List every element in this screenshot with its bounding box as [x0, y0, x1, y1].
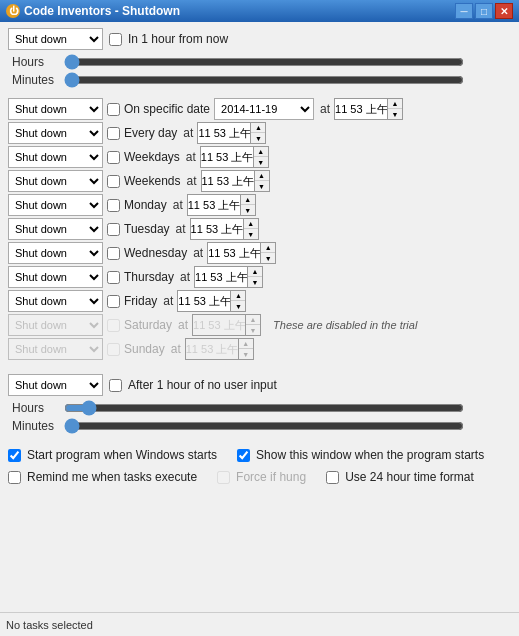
saturday-checkbox — [107, 319, 120, 332]
weekends-time-up[interactable]: ▲ — [255, 171, 269, 181]
hours-slider[interactable] — [64, 54, 464, 70]
tuesday-time-up[interactable]: ▲ — [244, 219, 258, 229]
schedule-row-thursday: Shut downRestart Thursday at ▲ ▼ — [8, 266, 511, 288]
wednesday-time-up[interactable]: ▲ — [261, 243, 275, 253]
sunday-time-up: ▲ — [239, 339, 253, 349]
tuesday-dropdown[interactable]: Shut downRestart — [8, 218, 103, 240]
monday-time-input[interactable] — [188, 195, 240, 215]
showwindow-checkbox[interactable] — [237, 449, 250, 462]
idle-minutes-label: Minutes — [12, 419, 58, 433]
schedule-grid: Shut downRestartLog off On specific date… — [8, 98, 511, 360]
tuesday-time-input[interactable] — [191, 219, 243, 239]
weekdays-dropdown[interactable]: Shut downRestart — [8, 146, 103, 168]
wednesday-time-spinner: ▲ ▼ — [207, 242, 276, 264]
minutes-slider[interactable] — [64, 72, 464, 88]
weekdays-time-input[interactable] — [201, 147, 253, 167]
wednesday-time-input[interactable] — [208, 243, 260, 263]
maximize-button[interactable]: □ — [475, 3, 493, 19]
monday-checkbox[interactable] — [107, 199, 120, 212]
monday-time-spinner: ▲ ▼ — [187, 194, 256, 216]
hours-label: Hours — [12, 55, 58, 69]
thursday-time-spinner: ▲ ▼ — [194, 266, 263, 288]
wednesday-at: at — [193, 246, 203, 260]
remind-checkbox[interactable] — [8, 471, 21, 484]
idle-minutes-slider[interactable] — [64, 418, 464, 434]
idle-hours-slider[interactable] — [64, 400, 464, 416]
in-one-hour-checkbox[interactable] — [109, 33, 122, 46]
friday-dropdown[interactable]: Shut downRestart — [8, 290, 103, 312]
specific-dropdown[interactable]: Shut downRestartLog off — [8, 98, 103, 120]
close-button[interactable]: ✕ — [495, 3, 513, 19]
sunday-time-spinner: ▲ ▼ — [185, 338, 254, 360]
idle-checkbox[interactable] — [109, 379, 122, 392]
idle-action-row: Shut downRestartLog off After 1 hour of … — [8, 374, 511, 396]
wednesday-time-down[interactable]: ▼ — [261, 253, 275, 263]
monday-at: at — [173, 198, 183, 212]
everyday-time-up[interactable]: ▲ — [251, 123, 265, 133]
friday-time-down[interactable]: ▼ — [231, 301, 245, 311]
weekends-time-down[interactable]: ▼ — [255, 181, 269, 191]
status-text: No tasks selected — [6, 619, 93, 631]
24hour-label: Use 24 hour time format — [345, 470, 474, 484]
everyday-dropdown[interactable]: Shut downRestart — [8, 122, 103, 144]
tuesday-label: Tuesday — [124, 222, 170, 236]
24hour-checkbox[interactable] — [326, 471, 339, 484]
sunday-time-input — [186, 339, 238, 359]
window-title: Code Inventors - Shutdown — [24, 4, 180, 18]
everyday-time-spinner: ▲ ▼ — [197, 122, 266, 144]
wednesday-checkbox[interactable] — [107, 247, 120, 260]
minimize-button[interactable]: ─ — [455, 3, 473, 19]
specific-time-up[interactable]: ▲ — [388, 99, 402, 109]
weekends-checkbox[interactable] — [107, 175, 120, 188]
specific-time-spinner: ▲ ▼ — [334, 98, 403, 120]
weekdays-time-down[interactable]: ▼ — [254, 157, 268, 167]
specific-checkbox[interactable] — [107, 103, 120, 116]
thursday-time-input[interactable] — [195, 267, 247, 287]
weekends-time-input[interactable] — [202, 171, 254, 191]
everyday-time-down[interactable]: ▼ — [251, 133, 265, 143]
monday-time-up[interactable]: ▲ — [241, 195, 255, 205]
forcehung-checkbox — [217, 471, 230, 484]
specific-time-input[interactable] — [335, 99, 387, 119]
idle-action-dropdown[interactable]: Shut downRestartLog off — [8, 374, 103, 396]
specific-time-down[interactable]: ▼ — [388, 109, 402, 119]
top-action-dropdown[interactable]: Shut down Restart Log off Hibernate Slee… — [8, 28, 103, 50]
thursday-checkbox[interactable] — [107, 271, 120, 284]
friday-checkbox[interactable] — [107, 295, 120, 308]
saturday-label: Saturday — [124, 318, 172, 332]
monday-dropdown[interactable]: Shut downRestart — [8, 194, 103, 216]
saturday-dropdown: Shut down — [8, 314, 103, 336]
startup-label: Start program when Windows starts — [27, 448, 217, 462]
schedule-row-sunday: Shut down Sunday at ▲ ▼ — [8, 338, 511, 360]
weekends-dropdown[interactable]: Shut downRestart — [8, 170, 103, 192]
everyday-at: at — [183, 126, 193, 140]
weekends-time-spinner: ▲ ▼ — [201, 170, 270, 192]
weekdays-time-up[interactable]: ▲ — [254, 147, 268, 157]
showwindow-label: Show this window when the program starts — [256, 448, 484, 462]
everyday-time-input[interactable] — [198, 123, 250, 143]
tuesday-time-down[interactable]: ▼ — [244, 229, 258, 239]
tuesday-checkbox[interactable] — [107, 223, 120, 236]
schedule-row-tuesday: Shut downRestart Tuesday at ▲ ▼ — [8, 218, 511, 240]
thursday-time-up[interactable]: ▲ — [248, 267, 262, 277]
main-content: Shut down Restart Log off Hibernate Slee… — [0, 22, 519, 612]
friday-time-up[interactable]: ▲ — [231, 291, 245, 301]
thursday-time-down[interactable]: ▼ — [248, 277, 262, 287]
sunday-label: Sunday — [124, 342, 165, 356]
specific-date-dropdown[interactable]: 2014-11-19 — [214, 98, 314, 120]
title-bar: ⏻ Code Inventors - Shutdown ─ □ ✕ — [0, 0, 519, 22]
wednesday-dropdown[interactable]: Shut downRestart — [8, 242, 103, 264]
startup-row: Start program when Windows starts — [8, 448, 217, 462]
weekdays-label: Weekdays — [124, 150, 180, 164]
forcehung-label: Force if hung — [236, 470, 306, 484]
everyday-checkbox[interactable] — [107, 127, 120, 140]
thursday-dropdown[interactable]: Shut downRestart — [8, 266, 103, 288]
tuesday-at: at — [176, 222, 186, 236]
friday-time-spinner: ▲ ▼ — [177, 290, 246, 312]
friday-time-input[interactable] — [178, 291, 230, 311]
saturday-time-spinner: ▲ ▼ — [192, 314, 261, 336]
weekdays-checkbox[interactable] — [107, 151, 120, 164]
monday-time-down[interactable]: ▼ — [241, 205, 255, 215]
startup-checkbox[interactable] — [8, 449, 21, 462]
specific-label: On specific date — [124, 102, 210, 116]
